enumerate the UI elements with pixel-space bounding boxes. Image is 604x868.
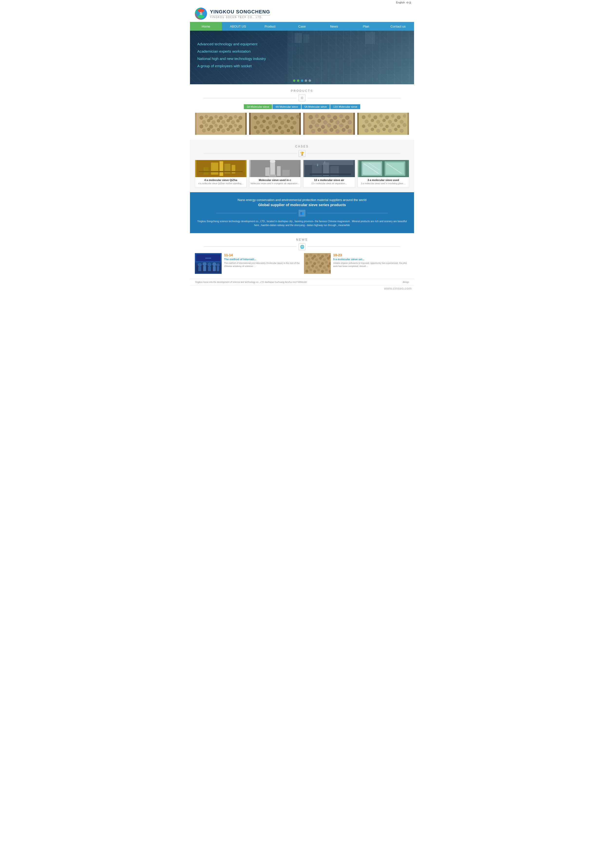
svg-text:●●●●●: ●●●●●	[205, 257, 211, 259]
svg-point-228	[305, 270, 308, 273]
tab-5a-sieve[interactable]: 5A Molecular sieve	[302, 104, 330, 109]
news-desc-2: Volatile organic pollutants is imposed, …	[333, 262, 409, 268]
svg-point-35	[219, 116, 223, 120]
svg-point-214	[327, 257, 330, 260]
svg-point-68	[266, 116, 269, 120]
svg-point-51	[214, 124, 218, 127]
case-image-2	[249, 160, 301, 177]
svg-point-141	[367, 123, 372, 127]
svg-point-39	[239, 116, 242, 120]
product-card-1[interactable]	[195, 113, 247, 135]
lang-zh[interactable]: 中文	[406, 1, 412, 5]
hero-dot-1[interactable]	[293, 79, 296, 82]
svg-point-58	[207, 128, 211, 131]
svg-point-145	[391, 123, 395, 127]
news-article-title-1[interactable]: The method of Internati...	[224, 258, 300, 261]
svg-point-109	[347, 120, 352, 124]
news-desc-1: The method of international joint labora…	[224, 262, 300, 268]
svg-point-118	[317, 128, 321, 132]
product-card-3[interactable]	[303, 113, 355, 135]
svg-point-131	[397, 115, 401, 119]
svg-point-192	[208, 263, 211, 267]
svg-point-218	[317, 261, 320, 264]
product-grid	[192, 113, 412, 135]
case-card-3[interactable]: 13 x molecular sieve air 13 x molecular …	[303, 160, 355, 188]
svg-point-73	[296, 115, 300, 119]
tab-4a-sieve[interactable]: 4A Molecular sieve	[273, 104, 301, 109]
news-date-2: 10-23	[333, 253, 409, 257]
tab-3a-sieve[interactable]: 3A Molecular sieve	[244, 104, 272, 109]
svg-point-205	[317, 254, 320, 257]
svg-point-52	[219, 125, 223, 129]
case-card-4[interactable]: 3 a molecular sieve used 3 a molecular s…	[358, 160, 409, 188]
svg-point-117	[311, 129, 315, 133]
news-card-1[interactable]: ●●●●● 11-14 The method of Internati... T…	[195, 253, 300, 274]
product-image-3	[303, 113, 355, 135]
trophy-icon: 🏆	[299, 150, 305, 157]
svg-point-207	[325, 254, 328, 257]
divider-line-left	[203, 98, 297, 98]
nav-product[interactable]: Product	[254, 22, 286, 31]
watermark-text: www.cinseo.com	[384, 287, 412, 290]
nav-about[interactable]: ABOUT US	[222, 22, 254, 31]
nav-case[interactable]: Case	[286, 22, 318, 31]
case-card-1[interactable]: 4 a molecular sieve QiZha 4 a molecular …	[195, 160, 247, 188]
hero-dot-5[interactable]	[308, 79, 311, 82]
svg-point-85	[278, 126, 282, 129]
hero-banner: Advanced technology and equipment Academ…	[190, 31, 414, 84]
svg-point-188	[198, 263, 202, 267]
banner-tagline: Nano energy conservation and environment…	[195, 198, 409, 202]
tab-13x-sieve[interactable]: 13X Molecular sieve	[330, 104, 360, 109]
svg-point-100	[333, 115, 337, 120]
people-icon: 👥	[299, 210, 305, 217]
hero-dot-2[interactable]	[297, 79, 299, 82]
hero-dot-3[interactable]	[301, 79, 303, 82]
nav-home[interactable]: Home	[190, 22, 222, 31]
svg-point-56	[239, 125, 242, 129]
nav-contact[interactable]: Contact us	[382, 22, 414, 31]
svg-point-226	[323, 266, 326, 269]
bdivider-right	[307, 213, 388, 213]
cases-divider: 🏆	[203, 150, 401, 157]
svg-point-82	[260, 124, 263, 128]
svg-point-216	[309, 261, 312, 264]
svg-point-137	[388, 120, 392, 124]
svg-point-104	[317, 119, 321, 123]
product-card-2[interactable]	[249, 113, 301, 135]
nav-plan[interactable]: Plan	[350, 22, 382, 31]
top-bar: English 中文	[190, 0, 414, 6]
svg-point-111	[315, 123, 319, 128]
svg-point-222	[307, 266, 310, 269]
divider-line-right	[307, 98, 401, 98]
svg-point-147	[403, 123, 406, 127]
svg-point-202	[305, 254, 308, 257]
svg-rect-156	[211, 163, 218, 175]
case-desc-2: Molecular sieve used in cryogenic air se…	[249, 182, 301, 185]
svg-point-121	[335, 129, 340, 133]
case-title-2: Molecular sieve used in c	[249, 177, 301, 182]
svg-point-220	[325, 261, 328, 264]
nav-news[interactable]: News	[318, 22, 350, 31]
hero-dot-4[interactable]	[305, 79, 307, 82]
svg-point-99	[327, 114, 331, 118]
svg-point-114	[333, 125, 337, 129]
svg-point-211	[315, 258, 318, 261]
svg-point-83	[266, 126, 269, 129]
news-divider: 🌐	[203, 243, 401, 250]
svg-point-80	[293, 121, 296, 125]
news-date-1: 11-14	[224, 253, 300, 257]
news-title: NEWS	[192, 238, 412, 242]
svg-point-126	[368, 114, 371, 118]
svg-point-86	[284, 124, 288, 128]
product-card-4[interactable]	[357, 113, 409, 135]
news-content-2: 10-23 5 a molecular sieve sei... Volatil…	[333, 253, 409, 274]
news-card-2[interactable]: 10-23 5 a molecular sieve sei... Volatil…	[304, 253, 409, 274]
case-card-2[interactable]: Molecular sieve used in c Molecular siev…	[249, 160, 301, 188]
lang-en[interactable]: English	[396, 1, 405, 5]
news-article-title-2[interactable]: 5 a molecular sieve sei...	[333, 258, 409, 261]
svg-point-79	[287, 119, 290, 123]
cases-divider-right	[307, 153, 401, 154]
svg-point-212	[319, 257, 322, 260]
svg-point-105	[323, 120, 328, 124]
svg-point-57	[202, 129, 206, 133]
